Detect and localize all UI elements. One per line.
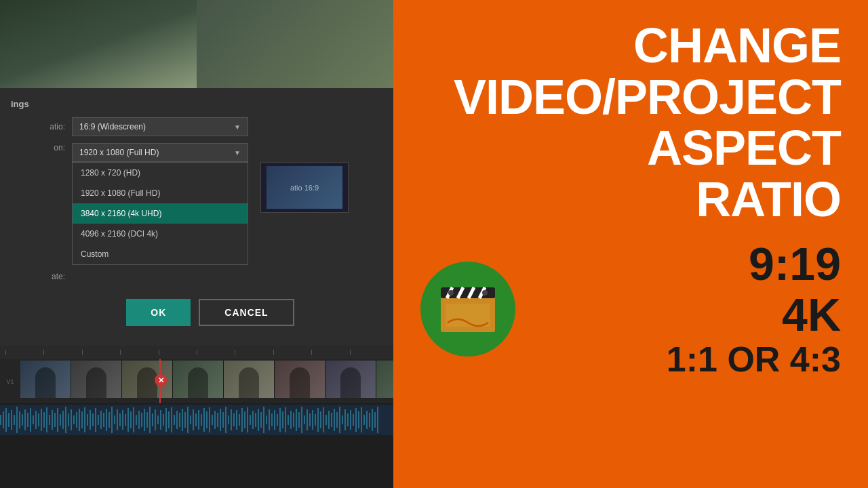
svg-rect-110 [298, 412, 300, 428]
ruler-mark [311, 350, 349, 355]
svg-rect-33 [90, 410, 91, 430]
svg-rect-14 [38, 413, 39, 426]
svg-rect-73 [198, 410, 199, 430]
svg-rect-37 [100, 411, 102, 429]
svg-rect-92 [250, 415, 251, 425]
ok-button[interactable]: OK [126, 299, 191, 326]
svg-point-147 [448, 290, 454, 296]
svg-rect-27 [73, 415, 75, 424]
ruler-mark [159, 350, 197, 355]
svg-rect-77 [209, 407, 210, 432]
svg-rect-95 [258, 409, 259, 431]
svg-rect-124 [336, 412, 338, 428]
svg-rect-12 [33, 415, 34, 424]
waveform-svg [0, 405, 380, 435]
svg-rect-43 [117, 409, 118, 430]
svg-rect-138 [374, 412, 376, 428]
svg-rect-126 [342, 415, 343, 424]
svg-rect-97 [263, 407, 264, 433]
thumbnail-strip [20, 361, 393, 398]
svg-rect-19 [52, 410, 53, 430]
timeline-area: V1 ✕ [0, 346, 393, 488]
ruler-mark [350, 350, 388, 355]
svg-rect-85 [231, 409, 232, 430]
svg-rect-13 [35, 411, 37, 429]
svg-rect-47 [127, 408, 129, 432]
svg-rect-68 [184, 412, 186, 428]
resolution-option-dci4k[interactable]: 4096 x 2160 (DCI 4k) [73, 224, 248, 244]
svg-rect-45 [122, 410, 123, 430]
svg-rect-98 [266, 415, 267, 424]
svg-rect-129 [350, 410, 351, 430]
svg-rect-24 [65, 407, 66, 433]
svg-rect-70 [190, 415, 191, 424]
resolution-option-4kuhd[interactable]: 3840 x 2160 (4k UHD) [73, 203, 248, 224]
svg-rect-50 [136, 415, 137, 425]
svg-rect-99 [269, 409, 270, 430]
svg-rect-35 [95, 408, 96, 432]
video-preview-inner [0, 0, 197, 88]
svg-rect-34 [92, 413, 94, 426]
svg-rect-121 [328, 411, 330, 429]
svg-rect-32 [87, 414, 88, 426]
aspect-preview-box: atio 16:9 [260, 162, 349, 213]
video-track-content: ✕ [20, 359, 393, 403]
delete-marker[interactable]: ✕ [155, 374, 167, 386]
clapperboard-icon [420, 262, 515, 357]
resolution-select[interactable]: 1920 x 1080 (Full HD) ▼ [72, 143, 248, 162]
svg-rect-127 [344, 409, 346, 430]
svg-rect-79 [214, 411, 216, 429]
svg-rect-103 [279, 408, 281, 432]
resolution-value: 1920 x 1080 (Full HD) [79, 148, 159, 157]
svg-rect-8 [22, 414, 23, 426]
aspect-ratio-value: 16:9 (Widescreen) [79, 122, 146, 131]
svg-rect-74 [201, 414, 202, 426]
audio-track [0, 405, 393, 435]
stat3: 1:1 OR 4:3 [536, 340, 841, 379]
svg-rect-108 [293, 413, 294, 427]
waveform [0, 405, 393, 435]
svg-rect-53 [144, 409, 145, 431]
svg-rect-2 [5, 408, 7, 432]
resolution-option-fullhd[interactable]: 1920 x 1080 (Full HD) [73, 183, 248, 203]
svg-rect-89 [241, 408, 243, 432]
svg-rect-93 [252, 411, 254, 429]
svg-rect-4 [11, 410, 12, 430]
right-panel: CHANGE VIDEO/PROJECT ASPECT RATIO [393, 0, 868, 488]
resolution-option-hd[interactable]: 868 x 488 (HD) [73, 163, 248, 183]
svg-rect-64 [174, 415, 175, 425]
svg-rect-91 [247, 407, 248, 432]
svg-rect-116 [315, 414, 316, 426]
svg-rect-101 [274, 410, 275, 430]
svg-rect-11 [30, 408, 31, 432]
resolution-option-custom[interactable]: Custom [73, 244, 248, 264]
svg-rect-113 [307, 409, 308, 430]
svg-rect-15 [41, 409, 42, 431]
svg-rect-26 [71, 409, 72, 430]
stat2: 4K [536, 289, 841, 340]
aspect-ratio-select[interactable]: 16:9 (Widescreen) ▼ [72, 117, 248, 136]
svg-rect-66 [179, 413, 180, 427]
dialog-buttons: OK CANCEL [11, 288, 393, 337]
svg-rect-56 [152, 413, 153, 426]
svg-rect-134 [363, 415, 365, 425]
svg-rect-48 [130, 411, 132, 428]
svg-rect-130 [353, 414, 354, 426]
ruler-mark [120, 350, 158, 355]
svg-rect-119 [323, 407, 324, 432]
svg-rect-9 [24, 409, 26, 430]
svg-rect-40 [108, 412, 110, 428]
svg-rect-10 [27, 413, 28, 427]
resolution-label: on: [11, 143, 65, 152]
clapperboard-svg [437, 282, 498, 336]
ruler-mark [5, 350, 43, 355]
aspect-ratio-row: atio: 16:9 (Widescreen) ▼ [11, 117, 393, 136]
cancel-button[interactable]: CANCEL [199, 299, 294, 326]
svg-rect-52 [141, 413, 142, 427]
title-line1: CHANGE [420, 20, 841, 72]
svg-rect-51 [138, 411, 140, 429]
svg-rect-84 [228, 415, 229, 424]
settings-header: ings [11, 99, 393, 109]
resolution-chevron: ▼ [234, 149, 241, 157]
svg-rect-17 [46, 407, 47, 432]
